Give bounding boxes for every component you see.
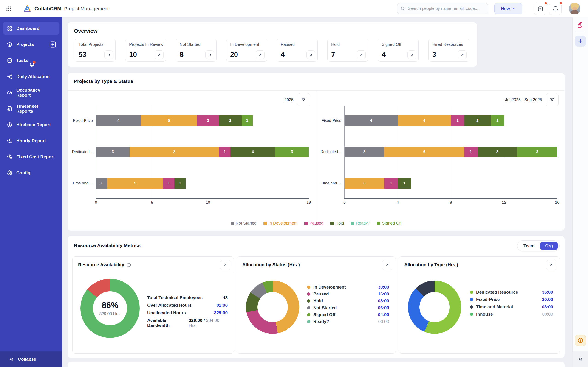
allocation-by-type-donut[interactable] — [408, 281, 461, 334]
open-arrow-button[interactable] — [357, 50, 366, 59]
chart-panel-title: Projects by Type & Status — [74, 78, 133, 84]
bar-segment-not-started[interactable]: 3 — [345, 147, 384, 157]
filter-button[interactable] — [297, 93, 310, 106]
legend-item-ready[interactable]: Ready? — [351, 221, 370, 226]
status-legend: In Development30:00 Paused16:00 Hold08:0… — [307, 284, 389, 325]
bar-segment-hold[interactable]: 3 — [477, 147, 518, 157]
bar-segment-hold[interactable]: 1 — [174, 178, 186, 189]
sidebar-item-timesheet-reports[interactable]: Timesheet Reports — [3, 102, 59, 115]
open-arrow-button[interactable] — [407, 50, 416, 59]
legend-item-paused[interactable]: Paused — [304, 221, 323, 226]
stacked-bar-chart-quarter[interactable]: 0481216Fixed-Price44121Dedicated...36133… — [344, 106, 557, 199]
expand-button[interactable] — [220, 260, 230, 270]
filter-button[interactable] — [546, 93, 559, 106]
sidebar-item-occupancy-report[interactable]: Occupancy Report — [3, 86, 59, 99]
bar-segment-in-development[interactable]: 3 — [345, 178, 384, 189]
stacked-bar[interactable]: 36133 — [345, 147, 557, 157]
notifications-button[interactable] — [549, 2, 562, 15]
legend-item-hold[interactable]: Hold — [330, 221, 344, 226]
add-project-button[interactable] — [50, 41, 56, 48]
collapse-right-panel-button[interactable] — [573, 351, 588, 367]
sidebar-item-tasks[interactable]: Tasks — [3, 54, 59, 67]
bar-segment-paused[interactable]: 1 — [163, 178, 174, 189]
overview-card-total-projects: Total Projects 53 — [75, 39, 115, 62]
sidebar-item-projects[interactable]: Projects — [3, 38, 59, 51]
new-button[interactable]: New — [494, 3, 522, 14]
sidebar-item-fixed-cost-report[interactable]: Fixed Cost Report — [3, 150, 59, 163]
bar-segment-signed-off[interactable]: 1 — [491, 115, 504, 126]
open-arrow-button[interactable] — [205, 50, 214, 59]
main-content: Overview Total Projects 53 Projects In R… — [62, 17, 572, 367]
legend-row: In Development30:00 — [307, 284, 389, 291]
bar-category-label: Time and ... — [321, 181, 341, 186]
sidebar-item-hirebase-report[interactable]: Hirebase Report — [3, 118, 59, 131]
open-arrow-button[interactable] — [458, 50, 467, 59]
bar-segment-signed-off[interactable]: 1 — [242, 115, 253, 126]
rail-info-button[interactable] — [575, 335, 586, 346]
right-utility-rail — [572, 17, 588, 367]
sidebar-collapse-button[interactable]: Collapse — [0, 351, 62, 367]
bar-segment-paused[interactable]: 1 — [451, 115, 464, 126]
user-avatar[interactable] — [569, 3, 580, 15]
bar-segment-hold[interactable]: 2 — [219, 115, 242, 126]
bar-category-label: Fixed-Price — [73, 118, 93, 123]
bar-segment-paused[interactable]: 1 — [384, 178, 398, 189]
stacked-bar[interactable]: 1511 — [96, 178, 309, 189]
stacked-bar[interactable]: 44121 — [345, 115, 557, 126]
bar-segment-not-started[interactable]: 4 — [96, 115, 141, 126]
open-arrow-button[interactable] — [104, 50, 113, 59]
notification-dot — [559, 2, 562, 5]
legend-item-signed-off[interactable]: Signed Off — [377, 221, 401, 226]
bar-segment-in-development[interactable]: 4 — [398, 115, 451, 126]
open-arrow-button[interactable] — [155, 50, 164, 59]
bar-segment-in-development[interactable]: 6 — [384, 147, 464, 157]
stacked-bar[interactable]: 45221 — [96, 115, 309, 126]
layers-icon — [7, 42, 12, 47]
check-square-icon — [7, 58, 12, 63]
bar-segment-paused[interactable]: 1 — [464, 147, 477, 157]
toggle-org[interactable]: Org — [540, 242, 558, 250]
dollar-circle-icon — [7, 122, 12, 127]
legend-row: Inhouse00:00 — [470, 311, 553, 318]
bar-segment-signed-off[interactable]: 3 — [517, 147, 557, 157]
approvals-button[interactable] — [534, 2, 546, 15]
bar-segment-signed-off[interactable]: 3 — [275, 147, 309, 157]
open-arrow-button[interactable] — [256, 50, 265, 59]
stacked-bar[interactable]: 311 — [345, 178, 557, 189]
bar-segment-in-development[interactable]: 5 — [107, 178, 163, 189]
bar-segment-in-development[interactable]: 8 — [130, 147, 219, 157]
collabcrm-logo-icon — [23, 4, 32, 13]
bar-segment-not-started[interactable]: 3 — [96, 147, 130, 157]
allocation-by-status-donut[interactable] — [246, 281, 299, 334]
sidebar-item-hourly-report[interactable]: Hourly Report — [3, 134, 59, 147]
open-arrow-button[interactable] — [306, 50, 315, 59]
legend-item-not-started[interactable]: Not Started — [231, 221, 257, 226]
legend-item-in-development[interactable]: In Development — [263, 221, 297, 226]
toggle-team[interactable]: Team — [519, 243, 540, 248]
beach-umbrella-icon[interactable] — [577, 21, 584, 29]
bar-segment-hold[interactable]: 2 — [464, 115, 491, 126]
resource-availability-donut[interactable]: 86% 329:00 Hrs. — [80, 279, 140, 338]
rail-add-button[interactable] — [575, 35, 586, 47]
apps-grid-icon[interactable] — [5, 5, 12, 12]
info-icon[interactable] — [127, 263, 131, 267]
sidebar-item-config[interactable]: Config — [3, 166, 59, 179]
expand-button[interactable] — [382, 260, 392, 270]
bar-segment-not-started[interactable]: 4 — [345, 115, 398, 126]
stacked-bar[interactable]: 38143 — [96, 147, 309, 157]
search-input[interactable] — [408, 6, 485, 11]
expand-button[interactable] — [546, 260, 556, 270]
bar-segment-paused[interactable]: 2 — [197, 115, 219, 126]
bar-segment-not-started[interactable]: 1 — [96, 178, 107, 189]
bar-segment-paused[interactable]: 1 — [219, 147, 230, 157]
stacked-bar-chart-year[interactable]: 051019Fixed-Price45221Dedicated...38143T… — [95, 106, 309, 199]
bar-segment-in-development[interactable]: 5 — [141, 115, 197, 126]
overview-title: Overview — [74, 28, 97, 34]
stat-row: Over Allocated Hours01:00 — [147, 303, 228, 308]
sidebar-item-dashboard[interactable]: Dashboard — [3, 22, 59, 35]
bar-segment-hold[interactable]: 1 — [398, 178, 411, 189]
tasks-alert-bell-icon[interactable] — [29, 61, 35, 67]
double-chevron-left-icon — [9, 357, 14, 362]
sidebar-item-daily-allocation[interactable]: Daily Allocation — [3, 70, 59, 83]
bar-segment-hold[interactable]: 4 — [230, 147, 275, 157]
